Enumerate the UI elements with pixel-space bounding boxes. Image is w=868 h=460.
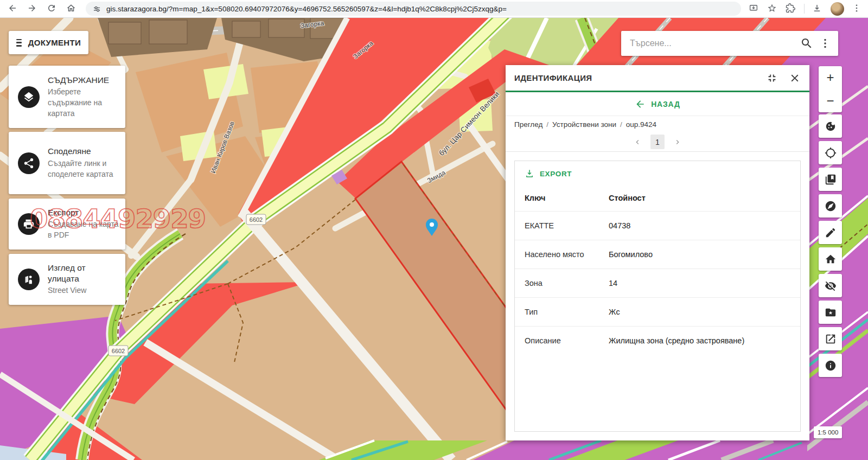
panel-content: EXPORT Ключ Стойност ЕКАТТЕ 04738 Населе… [506, 152, 809, 440]
zoom-out-button[interactable]: − [819, 90, 842, 113]
row-key: Тип [525, 308, 609, 316]
search-icon[interactable] [800, 37, 813, 50]
back-button[interactable]: НАЗАД [506, 92, 809, 116]
row-value: Жс [609, 308, 790, 316]
table-header-row: Ключ Стойност [515, 185, 800, 211]
site-settings-icon[interactable] [92, 4, 101, 14]
basemap-button[interactable] [819, 114, 842, 138]
card-desc: Създайте линк и споделете картата [48, 158, 119, 180]
locate-button[interactable] [819, 141, 842, 164]
crosshair-icon [825, 147, 837, 159]
home-icon [825, 253, 837, 265]
road-ref-label: 6602 [250, 216, 263, 223]
card-title: Изглед от улицата [48, 263, 119, 284]
card-desc: Street View [48, 285, 119, 296]
map-search [621, 31, 838, 56]
export-card[interactable]: Експорт Създаване на карта в PDF [9, 199, 125, 250]
contents-card[interactable]: СЪДЪРЖАНИЕ Изберете съдържание на картат… [9, 66, 125, 128]
prev-page-icon[interactable] [633, 138, 642, 146]
card-desc: Изберете съдържание на картата [48, 87, 119, 119]
compass-button[interactable] [819, 194, 842, 218]
row-value: 04738 [609, 221, 790, 230]
share-card[interactable]: Споделяне Създайте линк и споделете карт… [9, 132, 125, 194]
documents-menu-button[interactable]: ДОКУМЕНТИ [9, 31, 88, 54]
saved-maps-button[interactable] [819, 301, 842, 324]
application-window: gis.starazagora.bg/?m=map_1&x=508020.694… [0, 0, 868, 460]
road-ref-badge: 6602 [246, 214, 266, 225]
street-view-icon [18, 269, 40, 290]
row-value: Жилищна зона (средно застрояване) [609, 336, 790, 345]
browser-toolbar: gis.starazagora.bg/?m=map_1&x=508020.694… [0, 0, 868, 18]
export-button[interactable]: EXPORT [515, 161, 800, 185]
row-value: Богомилово [609, 250, 790, 259]
table-row: Тип Жс [515, 297, 800, 326]
back-arrow-icon [635, 99, 646, 110]
panel-title: ИДЕНТИФИКАЦИЯ [514, 73, 755, 82]
back-label: НАЗАД [651, 100, 680, 108]
profile-avatar[interactable] [831, 2, 844, 16]
home-icon[interactable] [66, 3, 77, 14]
export-label: EXPORT [540, 170, 572, 178]
forward-icon[interactable] [27, 3, 38, 14]
downloads-icon[interactable] [812, 3, 823, 14]
install-icon[interactable] [749, 3, 760, 14]
panel-header: ИДЕНТИФИКАЦИЯ [506, 65, 809, 91]
compass-icon [825, 200, 837, 212]
hide-layers-button[interactable] [819, 274, 842, 297]
card-title: Експорт [48, 207, 119, 218]
folder-star-icon [825, 306, 837, 318]
breadcrumb-item[interactable]: oup.9424 [626, 120, 656, 129]
back-icon[interactable] [8, 3, 18, 14]
documents-menu-label: ДОКУМЕНТИ [28, 38, 81, 47]
address-bar[interactable]: gis.starazagora.bg/?m=map_1&x=508020.694… [86, 2, 741, 16]
open-external-button[interactable] [819, 327, 842, 350]
close-icon[interactable] [789, 72, 801, 84]
collapse-icon[interactable] [766, 72, 778, 84]
hamburger-icon [16, 39, 22, 47]
attributes-card: EXPORT Ключ Стойност ЕКАТТЕ 04738 Населе… [514, 161, 801, 432]
browser-menu-icon[interactable] [852, 3, 863, 14]
share-icon [18, 152, 40, 174]
row-value: 14 [609, 279, 790, 288]
info-button[interactable] [819, 354, 842, 377]
row-key: Населено място [525, 250, 609, 259]
breadcrumb-separator: / [546, 120, 548, 129]
next-page-icon[interactable] [673, 138, 682, 146]
url-text: gis.starazagora.bg/?m=map_1&x=508020.694… [106, 5, 507, 13]
table-row: ЕКАТТЕ 04738 [515, 211, 800, 240]
zoom-in-button[interactable]: + [819, 66, 842, 90]
zoom-control: + − [819, 66, 842, 112]
layers-icon [18, 86, 40, 108]
eye-off-icon [825, 280, 837, 292]
reload-icon[interactable] [47, 3, 58, 14]
bottom-strip [319, 440, 807, 460]
bookmarks-button[interactable] [819, 168, 842, 191]
table-row: Зона 14 [515, 269, 800, 297]
toolbar-divider [804, 4, 805, 14]
row-key: Описание [525, 336, 609, 345]
key-header: Ключ [525, 194, 609, 202]
download-icon [525, 169, 534, 178]
card-title: СЪДЪРЖАНИЕ [48, 75, 119, 85]
draw-button[interactable] [819, 221, 842, 244]
pencil-icon [825, 227, 837, 239]
breadcrumb-item[interactable]: Устройствени зони [552, 120, 616, 129]
card-title: Споделяне [48, 146, 119, 156]
card-desc: Създаване на карта в PDF [48, 219, 119, 241]
row-key: ЕКАТТЕ [525, 221, 609, 230]
street-view-card[interactable]: Изглед от улицата Street View [9, 254, 125, 305]
bookmark-star-icon[interactable] [767, 3, 778, 14]
road-ref-badge: 6602 [108, 346, 128, 356]
table-row: Населено място Богомилово [515, 240, 800, 269]
home-extent-button[interactable] [819, 247, 842, 271]
breadcrumb-separator: / [620, 120, 622, 129]
table-row: Описание Жилищна зона (средно застрояван… [515, 326, 800, 355]
search-menu-icon[interactable] [819, 37, 832, 50]
extensions-icon[interactable] [786, 3, 796, 14]
value-header: Стойност [609, 194, 790, 202]
page-number[interactable]: 1 [650, 135, 665, 149]
breadcrumb-item[interactable]: Преглед [514, 120, 542, 129]
breadcrumb: Преглед/Устройствени зони/oup.9424 [506, 116, 809, 132]
cookie-icon [825, 120, 837, 132]
search-input[interactable] [630, 39, 795, 48]
